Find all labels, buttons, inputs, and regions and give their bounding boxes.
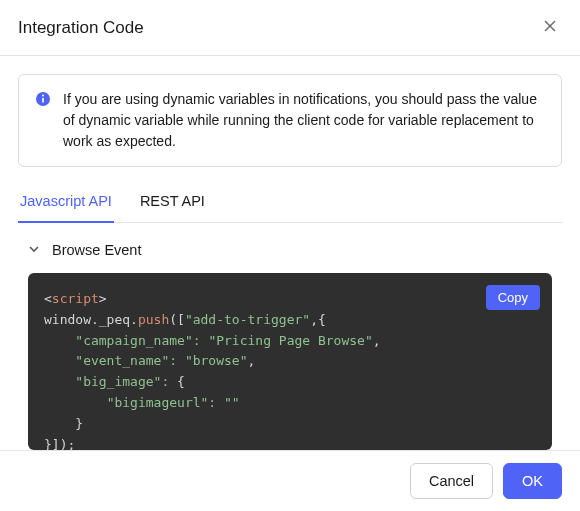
info-icon xyxy=(35,91,51,107)
close-button[interactable] xyxy=(538,14,562,41)
cancel-button[interactable]: Cancel xyxy=(410,463,493,499)
info-banner: If you are using dynamic variables in no… xyxy=(18,74,562,167)
tab-rest-api[interactable]: REST API xyxy=(138,183,207,223)
copy-button[interactable]: Copy xyxy=(486,285,540,310)
ok-button[interactable]: OK xyxy=(503,463,562,499)
code-block: Copy <script> window._peq.push(["add-to-… xyxy=(28,273,552,450)
dialog-header: Integration Code xyxy=(0,0,580,56)
svg-point-4 xyxy=(42,95,44,97)
tab-javascript-api[interactable]: Javascript API xyxy=(18,183,114,223)
code-content: <script> window._peq.push(["add-to-trigg… xyxy=(44,289,536,450)
dialog-footer: Cancel OK xyxy=(0,450,580,511)
tabs: Javascript API REST API xyxy=(18,183,562,223)
dialog-title: Integration Code xyxy=(18,18,144,38)
svg-rect-3 xyxy=(42,98,44,103)
accordion-header-browse-event[interactable]: Browse Event xyxy=(18,223,562,273)
info-text: If you are using dynamic variables in no… xyxy=(63,89,545,152)
dialog-body: If you are using dynamic variables in no… xyxy=(0,56,580,450)
chevron-down-icon xyxy=(28,241,40,259)
accordion-title: Browse Event xyxy=(52,242,141,258)
close-icon xyxy=(542,18,558,37)
